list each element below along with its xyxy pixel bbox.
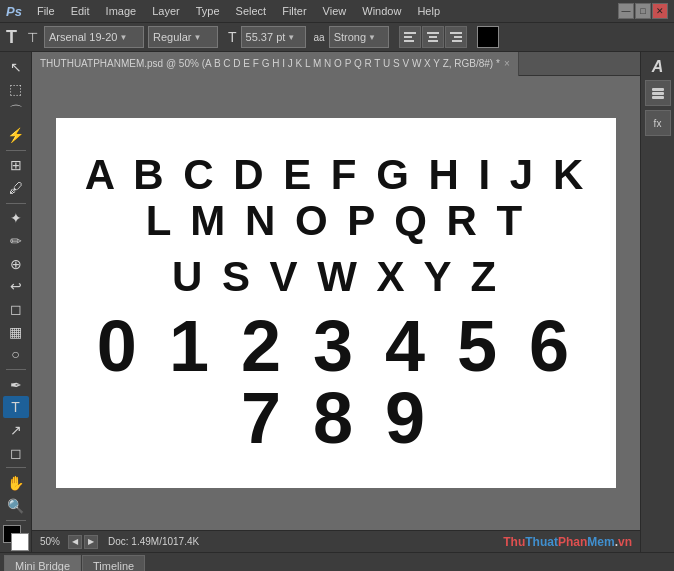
menu-bar: Ps File Edit Image Layer Type Select Fil… xyxy=(0,0,674,22)
next-arrow[interactable]: ▶ xyxy=(84,535,98,549)
menu-type[interactable]: Type xyxy=(189,3,227,19)
font-size-dropdown[interactable]: 55.37 pt ▼ xyxy=(241,26,306,48)
align-right-button[interactable] xyxy=(445,26,467,48)
text-color-swatch[interactable] xyxy=(477,26,499,48)
font-name-dropdown[interactable]: Arsenal 19-20 ▼ xyxy=(44,26,144,48)
timeline-tab[interactable]: Timeline xyxy=(82,555,145,572)
document-tab[interactable]: THUTHUATPHANMEM.psd @ 50% (A B C D E F G… xyxy=(32,52,519,76)
adjustments-panel-button[interactable]: fx xyxy=(645,110,671,136)
zoom-level: 50% xyxy=(40,536,60,547)
crop-tool[interactable]: ⊞ xyxy=(3,154,29,176)
svg-rect-0 xyxy=(404,32,416,34)
menu-window[interactable]: Window xyxy=(355,3,408,19)
align-left-button[interactable] xyxy=(399,26,421,48)
align-center-button[interactable] xyxy=(422,26,444,48)
anti-alias-label: aa xyxy=(314,32,325,43)
svg-rect-9 xyxy=(652,88,664,91)
canvas-scroll-area[interactable]: A B C D E F G H I J K L M N O P Q R T U … xyxy=(32,76,640,530)
align-center-icon xyxy=(426,30,440,44)
menu-image[interactable]: Image xyxy=(99,3,144,19)
font-style-value: Regular xyxy=(153,31,192,43)
doc-info: Doc: 1.49M/1017.4K xyxy=(108,536,503,547)
chevron-down-icon: ▼ xyxy=(194,33,202,42)
toolbar-separator xyxy=(6,150,26,151)
menu-help[interactable]: Help xyxy=(410,3,447,19)
svg-rect-6 xyxy=(450,32,462,34)
menu-edit[interactable]: Edit xyxy=(64,3,97,19)
lasso-tool[interactable]: ⌒ xyxy=(3,101,29,123)
svg-rect-10 xyxy=(652,92,664,95)
font-size-icon: T xyxy=(228,29,237,45)
svg-rect-5 xyxy=(428,40,438,42)
close-button[interactable]: ✕ xyxy=(652,3,668,19)
text-tool-icon: T xyxy=(6,27,17,48)
eyedropper-tool[interactable]: 🖋 xyxy=(3,177,29,199)
mini-bridge-tab[interactable]: Mini Bridge xyxy=(4,555,81,572)
quick-select-tool[interactable]: ⚡ xyxy=(3,124,29,146)
move-tool[interactable]: ↖ xyxy=(3,56,29,78)
text-orient-icon: ⊤ xyxy=(25,28,40,47)
menu-file[interactable]: File xyxy=(30,3,62,19)
menu-select[interactable]: Select xyxy=(229,3,274,19)
maximize-button[interactable]: □ xyxy=(635,3,651,19)
align-left-icon xyxy=(403,30,417,44)
anti-alias-dropdown[interactable]: Strong ▼ xyxy=(329,26,389,48)
pen-tool[interactable]: ✒ xyxy=(3,374,29,396)
svg-rect-3 xyxy=(427,32,439,34)
font-size-value: 55.37 pt xyxy=(246,31,286,43)
alphabet-row-2: U S V W X Y Z xyxy=(172,254,500,300)
clone-tool[interactable]: ⊕ xyxy=(3,253,29,275)
alphabet-row-1: A B C D E F G H I J K L M N O P Q R T xyxy=(76,152,596,244)
dodge-tool[interactable]: ○ xyxy=(3,343,29,365)
character-panel-icon: A xyxy=(652,58,664,76)
minimize-button[interactable]: — xyxy=(618,3,634,19)
status-bar: 50% ◀ ▶ Doc: 1.49M/1017.4K Thu Thuat Pha… xyxy=(32,530,640,552)
toolbar-separator xyxy=(6,369,26,370)
ps-logo: Ps xyxy=(6,4,22,19)
svg-rect-1 xyxy=(404,36,412,38)
canvas-document: A B C D E F G H I J K L M N O P Q R T U … xyxy=(56,118,616,488)
prev-arrow[interactable]: ◀ xyxy=(68,535,82,549)
left-toolbar: ↖ ⬚ ⌒ ⚡ ⊞ 🖋 ✦ ✏ ⊕ ↩ ◻ ▦ ○ ✒ T ↗ ◻ ✋ 🔍 xyxy=(0,52,32,552)
tab-title: THUTHUATPHANMEM.psd @ 50% (A B C D E F G… xyxy=(40,58,500,69)
eraser-tool[interactable]: ◻ xyxy=(3,298,29,320)
brush-tool[interactable]: ✏ xyxy=(3,230,29,252)
shape-tool[interactable]: ◻ xyxy=(3,442,29,464)
font-name-value: Arsenal 19-20 xyxy=(49,31,118,43)
options-bar: T ⊤ Arsenal 19-20 ▼ Regular ▼ T 55.37 pt… xyxy=(0,22,674,52)
spot-heal-tool[interactable]: ✦ xyxy=(3,208,29,230)
right-panel: A fx xyxy=(640,52,674,552)
font-style-dropdown[interactable]: Regular ▼ xyxy=(148,26,218,48)
numbers-row: 0 1 2 3 4 5 6 7 8 9 xyxy=(76,310,596,454)
window-controls: — □ ✕ xyxy=(618,3,668,19)
brand-thuat: Thuat xyxy=(525,535,558,549)
tab-close-button[interactable]: × xyxy=(504,58,510,69)
align-group xyxy=(399,26,467,48)
svg-rect-11 xyxy=(652,96,664,99)
anti-alias-value: Strong xyxy=(334,31,366,43)
text-tool[interactable]: T xyxy=(3,396,29,418)
svg-rect-8 xyxy=(452,40,462,42)
gradient-tool[interactable]: ▦ xyxy=(3,321,29,343)
history-brush-tool[interactable]: ↩ xyxy=(3,275,29,297)
layers-panel-button[interactable] xyxy=(645,80,671,106)
marquee-tool[interactable]: ⬚ xyxy=(3,79,29,101)
align-right-icon xyxy=(449,30,463,44)
svg-rect-4 xyxy=(429,36,437,38)
brand-watermark: Thu Thuat Phan Mem . vn xyxy=(503,535,632,549)
main-layout: ↖ ⬚ ⌒ ⚡ ⊞ 🖋 ✦ ✏ ⊕ ↩ ◻ ▦ ○ ✒ T ↗ ◻ ✋ 🔍 TH… xyxy=(0,52,674,552)
brand-phan: Phan xyxy=(558,535,587,549)
canvas-area: THUTHUATPHANMEM.psd @ 50% (A B C D E F G… xyxy=(32,52,640,552)
path-selection-tool[interactable]: ↗ xyxy=(3,419,29,441)
background-color[interactable] xyxy=(11,533,29,551)
menu-layer[interactable]: Layer xyxy=(145,3,187,19)
zoom-tool[interactable]: 🔍 xyxy=(3,495,29,517)
hand-tool[interactable]: ✋ xyxy=(3,472,29,494)
brand-mem: Mem xyxy=(587,535,614,549)
brand-vn: vn xyxy=(618,535,632,549)
nav-arrows: ◀ ▶ xyxy=(68,535,98,549)
svg-rect-2 xyxy=(404,40,414,42)
color-picker-area[interactable] xyxy=(3,525,29,552)
menu-view[interactable]: View xyxy=(316,3,354,19)
menu-filter[interactable]: Filter xyxy=(275,3,313,19)
